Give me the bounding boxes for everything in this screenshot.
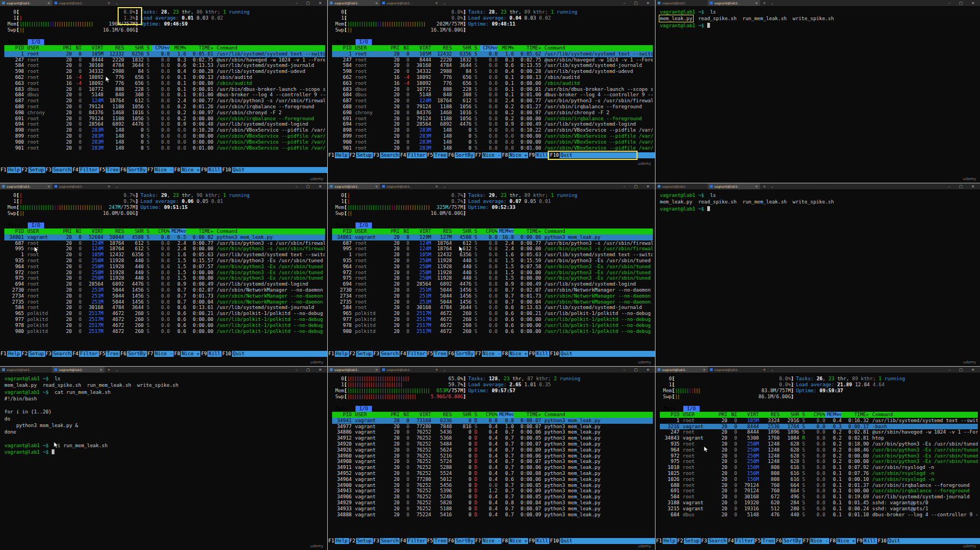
column-header-mem[interactable]: MEM%▽	[170, 228, 186, 234]
fkey-f7[interactable]: F7Nice -	[475, 351, 501, 357]
process-row[interactable]: 2735root200251M50441456S0.00.70:00.04/us…	[332, 299, 653, 305]
fkey-f4[interactable]: F4Filter	[400, 538, 426, 544]
process-row[interactable]: 34888vagrant2007522454160D0.40.70:00.09p…	[332, 512, 653, 518]
column-header-time[interactable]: TIME+	[514, 412, 541, 418]
process-row[interactable]: 34926vagrant2007625256240D0.40.70:00.09p…	[332, 447, 653, 453]
column-header-command[interactable]: Command	[869, 412, 978, 418]
process-row[interactable]: 663root16-418092776656S0.00.10:00.00/sbi…	[332, 81, 653, 86]
new-tab-button[interactable]: +	[432, 184, 441, 189]
terminal-output[interactable]: vagrant@lab1 ~$ lsmem_leak.py read_spike…	[660, 9, 978, 29]
column-header-ni[interactable]: NI	[400, 45, 409, 51]
process-row[interactable]: 964root200250M11928440S0.01.50:07.57/usr…	[4, 264, 325, 270]
column-header-shr[interactable]: SHR	[452, 45, 471, 51]
process-row[interactable]: 34920vagrant2007625254840D0.40.70:00.07p…	[332, 441, 653, 447]
column-header-time[interactable]: TIME+	[186, 228, 213, 234]
fkey-f8[interactable]: F8Nice +	[174, 167, 200, 173]
process-row[interactable]: 247root200844418961896S0.00.20:02.81@usr…	[660, 429, 978, 435]
tab-dropdown-button[interactable]: ⌄	[441, 368, 448, 372]
column-header-res[interactable]: RES	[431, 45, 452, 51]
fkey-f3[interactable]: F3Search	[45, 351, 72, 357]
column-header-user[interactable]: USER	[352, 45, 387, 51]
process-row[interactable]: 3188vagrant20019320620284S0.00.10:01.45s…	[660, 500, 978, 506]
column-header-mem[interactable]: MEM%	[170, 45, 186, 51]
column-header-cpu[interactable]: CPU%	[152, 228, 170, 234]
column-header-shr[interactable]: SHR	[452, 228, 471, 234]
process-row[interactable]: 975root200250M11928440S0.01.50:00.00/usr…	[4, 275, 325, 281]
close-button[interactable]: ✕	[318, 1, 322, 5]
column-header-user[interactable]: USER	[352, 228, 387, 234]
minimize-button[interactable]: –	[623, 184, 626, 189]
minimize-button[interactable]: –	[296, 368, 298, 372]
column-header-shr[interactable]: SHR	[452, 412, 471, 418]
close-button[interactable]: ✕	[646, 368, 650, 372]
terminal-tab[interactable]: vagrant@lab1:	[380, 0, 432, 6]
terminal-output[interactable]: vagrant@lab1 ~$ lsmem_leak.py read_spike…	[660, 192, 978, 212]
column-header-user[interactable]: USER	[679, 412, 714, 418]
fkey-f10[interactable]: F10Quit	[222, 167, 308, 173]
tab-close-icon[interactable]: ✕	[47, 1, 50, 5]
process-row[interactable]: 662root16-418092776656S0.00.10:00.13/sbi…	[4, 75, 325, 81]
fkey-f9[interactable]: F9Kill	[200, 351, 222, 357]
process-row[interactable]: 2734root200251M50441456S0.00.70:01.73/us…	[4, 293, 325, 299]
process-row[interactable]: 247root200844422201832S0.00.30:02.75@usr…	[332, 57, 653, 63]
tab-close-icon[interactable]: ✕	[703, 368, 706, 372]
process-row[interactable]: 2734root200251M50441456S0.00.70:01.73/us…	[332, 293, 653, 299]
minimize-button[interactable]: –	[623, 368, 626, 372]
column-header-pri[interactable]: PRI	[387, 228, 400, 234]
fkey-f8[interactable]: F8Nice +	[829, 538, 856, 544]
column-header-res[interactable]: RES	[431, 412, 452, 418]
tab-close-icon[interactable]: ✕	[375, 184, 378, 188]
tab-dropdown-button[interactable]: ⌄	[113, 1, 120, 5]
fkey-f10[interactable]: F10Quit	[549, 351, 635, 357]
process-row[interactable]: 34977vagrant200772807848816S0.41.00:00.0…	[332, 424, 653, 430]
process-row[interactable]: 694root2002856468924476S0.00.90:00.48/us…	[4, 121, 325, 127]
column-header-res[interactable]: RES	[103, 228, 124, 234]
screen-tab-main[interactable]: Main	[332, 223, 352, 228]
process-row[interactable]: 935root200250M11928440S0.01.50:15.57/usr…	[4, 258, 325, 264]
screen-tab-main[interactable]: Main	[4, 39, 24, 45]
fkey-f4[interactable]: F4Filter	[72, 351, 99, 357]
maximize-button[interactable]: ▢	[634, 1, 638, 5]
process-row[interactable]: 972root200250M11928440S0.01.50:00.00/usr…	[332, 270, 653, 276]
maximize-button[interactable]: ▢	[307, 1, 310, 5]
column-header-command[interactable]: Command	[541, 45, 653, 51]
terminal-tab[interactable]: vagrant@lab1:✕	[328, 0, 380, 6]
maximize-button[interactable]: ▢	[634, 184, 638, 189]
process-row[interactable]: 684dbus2005148476440S0.00.10:01.10dbus-b…	[660, 512, 978, 518]
fkey-f5[interactable]: F5Tree	[755, 538, 776, 544]
process-row[interactable]: 975root200250M11928440S0.01.50:00.00/usr…	[332, 275, 653, 281]
process-row[interactable]: 1root200105M124326356S0.01.60:05.63/usr/…	[4, 252, 325, 258]
process-row[interactable]: 34908vagrant2007625257240D0.40.70:00.07p…	[332, 459, 653, 465]
terminal-tab[interactable]: vagrant@lab1:✕	[0, 0, 52, 6]
maximize-button[interactable]: ▢	[307, 368, 310, 372]
fkey-f6[interactable]: F6SortBy	[448, 538, 474, 544]
tab-dropdown-button[interactable]: ⌄	[769, 1, 776, 5]
tab-close-icon[interactable]: ✕	[755, 184, 758, 188]
column-header-pid[interactable]: PID	[4, 45, 24, 51]
process-row[interactable]: 34933vagrant2007625251880D0.40.70:00.07p…	[332, 506, 653, 512]
column-header-mem[interactable]: MEM%▽	[825, 412, 842, 418]
column-header-pid[interactable]: PID	[332, 412, 352, 418]
close-button[interactable]: ✕	[971, 1, 975, 5]
fkey-f7[interactable]: F7Nice -	[147, 351, 174, 357]
column-header-pri[interactable]: PRI	[59, 228, 72, 234]
close-button[interactable]: ✕	[646, 184, 650, 189]
new-tab-button[interactable]: +	[105, 1, 113, 5]
process-row[interactable]: 687root200124M18764612S0.02.40:00.77/usr…	[332, 98, 653, 104]
terminal-tab[interactable]: vagrant@lab1:	[0, 367, 52, 373]
fkey-f6[interactable]: F6SortBy	[448, 152, 474, 158]
fkey-f2[interactable]: F2Setup	[21, 351, 45, 357]
fkey-f6[interactable]: F6SortBy	[120, 167, 146, 173]
tab-close-icon[interactable]: ✕	[100, 368, 102, 372]
screen-tab-io[interactable]: I/O	[356, 406, 372, 412]
fkey-f1[interactable]: F1Help	[328, 351, 349, 357]
process-row[interactable]: 688root2007912411881056S0.00.20:01.27/us…	[332, 104, 653, 110]
process-row[interactable]: 34906vagrant2007625252480D0.40.70:00.05p…	[332, 494, 653, 500]
process-row[interactable]: 584root20030168672496S0.00.10:19.69/usr/…	[660, 494, 978, 500]
process-row[interactable]: 598root20034332298884S0.00.40:00.28/usr/…	[332, 69, 653, 75]
close-button[interactable]: ✕	[318, 184, 322, 189]
process-row[interactable]: 687root200124M18764612S0.02.40:00.77/usr…	[4, 240, 325, 246]
new-tab-button[interactable]: +	[432, 368, 441, 372]
minimize-button[interactable]: –	[948, 368, 951, 372]
fkey-f6[interactable]: F6SortBy	[120, 351, 146, 357]
